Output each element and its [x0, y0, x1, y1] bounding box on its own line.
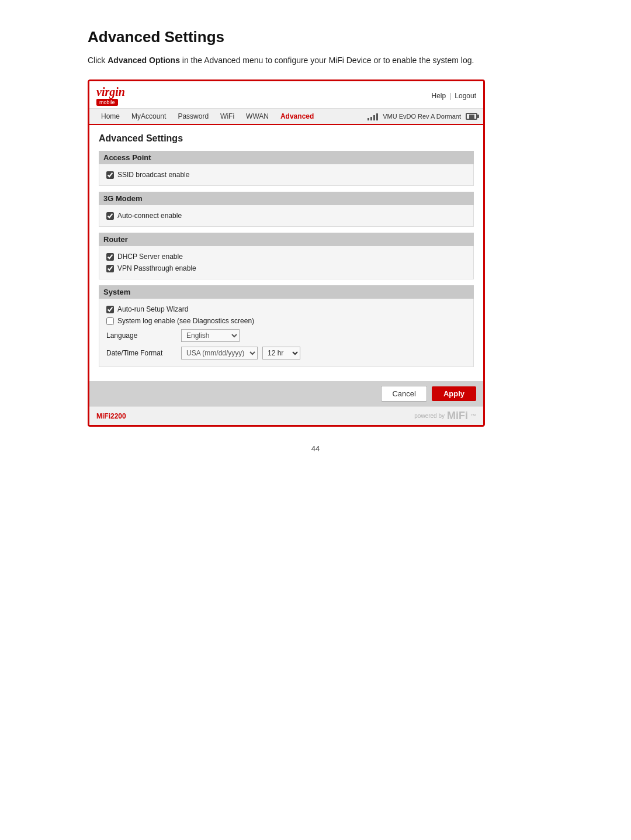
logo-mobile-badge: mobile — [96, 99, 118, 106]
status-text: VMU EvDO Rev A Dormant — [383, 113, 461, 120]
section-system: System Auto-run Setup Wizard System log … — [99, 285, 474, 367]
section-access-point: Access Point SSID broadcast enable — [99, 151, 474, 186]
description-suffix: in the Advanced menu to configure your M… — [180, 56, 474, 65]
language-select[interactable]: English — [181, 329, 240, 342]
nav-item-advanced[interactable]: Advanced — [275, 109, 320, 124]
section-header-access-point: Access Point — [99, 151, 474, 164]
nav-item-wifi[interactable]: WiFi — [214, 109, 240, 124]
checkbox-system-log-label: System log enable (see Diagnostics scree… — [117, 317, 254, 325]
language-label: Language — [106, 331, 176, 340]
logo-group: virgin mobile — [96, 86, 125, 106]
section-body-3g-modem: Auto-connect enable — [99, 205, 474, 227]
checkbox-ssid-broadcast-input[interactable] — [106, 171, 114, 179]
checkbox-system-log[interactable]: System log enable (see Diagnostics scree… — [106, 315, 466, 327]
main-content: Advanced Settings Access Point SSID broa… — [89, 125, 483, 381]
nav-status: VMU EvDO Rev A Dormant — [367, 112, 477, 120]
signal-bar-2 — [370, 117, 372, 120]
section-body-router: DHCP Server enable VPN Passthrough enabl… — [99, 246, 474, 279]
signal-bars-icon — [367, 112, 378, 120]
page-description: Click Advanced Options in the Advanced m… — [88, 54, 543, 67]
battery-fill — [469, 115, 475, 119]
section-3g-modem: 3G Modem Auto-connect enable — [99, 192, 474, 227]
section-body-system: Auto-run Setup Wizard System log enable … — [99, 299, 474, 367]
datetime-label: Date/Time Format — [106, 349, 176, 357]
nav-bar: Home MyAccount Password WiFi WWAN Advanc… — [89, 109, 483, 125]
checkbox-vpn-passthrough-input[interactable] — [106, 265, 114, 272]
signal-bar-4 — [376, 113, 378, 120]
form-row-language: Language English — [106, 327, 466, 344]
content-title: Advanced Settings — [99, 133, 474, 144]
footer-bar: MiFi2200 powered by MiFi ™ — [89, 406, 483, 425]
top-bar-right: Help | Logout — [431, 92, 476, 100]
form-row-datetime: Date/Time Format USA (mm/dd/yyyy) 12 hr … — [106, 344, 466, 362]
checkbox-ssid-broadcast-label: SSID broadcast enable — [117, 171, 189, 179]
mifi-logo-text: MiFi — [447, 410, 468, 422]
checkbox-dhcp-server-input[interactable] — [106, 253, 114, 261]
checkbox-auto-run-wizard[interactable]: Auto-run Setup Wizard — [106, 303, 466, 315]
logo-area: virgin mobile — [96, 86, 125, 106]
checkbox-ssid-broadcast[interactable]: SSID broadcast enable — [106, 169, 466, 181]
checkbox-vpn-passthrough-label: VPN Passthrough enable — [117, 264, 196, 272]
checkbox-vpn-passthrough[interactable]: VPN Passthrough enable — [106, 262, 466, 274]
section-body-access-point: SSID broadcast enable — [99, 164, 474, 186]
checkbox-system-log-input[interactable] — [106, 317, 114, 325]
section-router: Router DHCP Server enable VPN Passthroug… — [99, 233, 474, 279]
checkbox-dhcp-server-label: DHCP Server enable — [117, 253, 183, 261]
nav-item-home[interactable]: Home — [95, 109, 126, 124]
datetime-format-select[interactable]: USA (mm/dd/yyyy) — [181, 347, 258, 359]
page-number: 44 — [88, 444, 543, 453]
section-header-system: System — [99, 285, 474, 299]
topbar-divider: | — [449, 92, 451, 100]
logout-link[interactable]: Logout — [455, 92, 476, 100]
datetime-hour-select[interactable]: 12 hr 24 hr — [262, 347, 300, 359]
checkbox-auto-connect-label: Auto-connect enable — [117, 212, 182, 220]
section-header-router: Router — [99, 233, 474, 246]
nav-item-wwan[interactable]: WWAN — [240, 109, 275, 124]
nav-item-password[interactable]: Password — [172, 109, 214, 124]
top-bar: virgin mobile Help | Logout — [89, 81, 483, 109]
signal-bar-3 — [373, 115, 375, 120]
signal-bar-1 — [367, 118, 369, 120]
checkbox-auto-connect[interactable]: Auto-connect enable — [106, 210, 466, 222]
help-link[interactable]: Help — [431, 92, 446, 100]
powered-by-text: powered by — [414, 413, 445, 419]
checkbox-auto-run-wizard-label: Auto-run Setup Wizard — [117, 305, 188, 313]
section-header-3g-modem: 3G Modem — [99, 192, 474, 205]
description-bold: Advanced Options — [108, 56, 180, 65]
checkbox-auto-run-wizard-input[interactable] — [106, 306, 114, 313]
nav-item-myaccount[interactable]: MyAccount — [126, 109, 172, 124]
battery-icon — [466, 113, 477, 120]
footer-model: MiFi2200 — [96, 412, 126, 420]
page-title: Advanced Settings — [88, 28, 543, 46]
bottom-bar: Cancel Apply — [89, 381, 483, 406]
device-frame: virgin mobile Help | Logout Home MyAccou… — [88, 79, 485, 427]
apply-button[interactable]: Apply — [432, 386, 476, 401]
logo-virgin-text: virgin — [96, 86, 125, 98]
trademark-symbol: ™ — [470, 413, 476, 419]
checkbox-auto-connect-input[interactable] — [106, 212, 114, 220]
footer-powered: powered by MiFi ™ — [414, 410, 476, 422]
checkbox-dhcp-server[interactable]: DHCP Server enable — [106, 251, 466, 262]
description-prefix: Click — [88, 56, 108, 65]
cancel-button[interactable]: Cancel — [381, 386, 427, 402]
